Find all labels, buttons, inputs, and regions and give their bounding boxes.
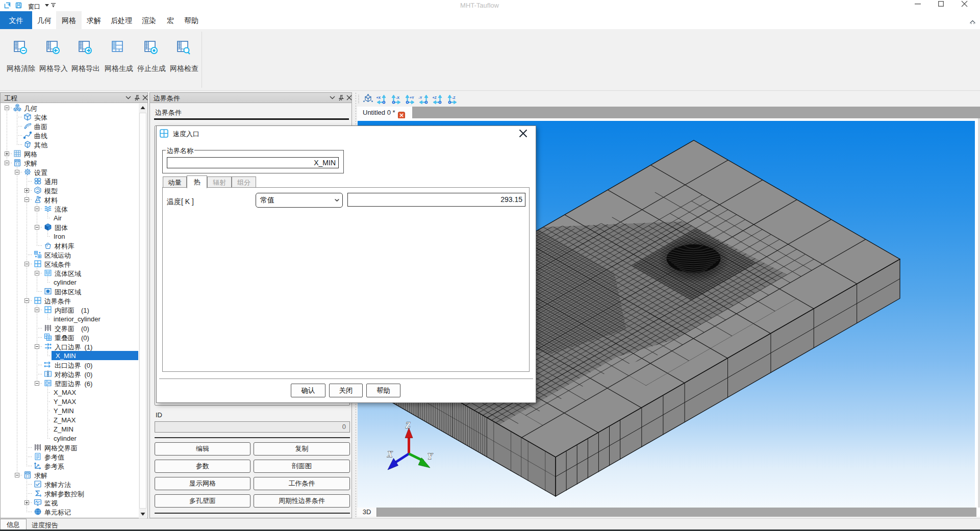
svg-text:+Y: +Y xyxy=(410,96,414,99)
svg-text:+Z: +Z xyxy=(433,96,437,99)
svg-text:-X: -X xyxy=(396,96,399,99)
svg-text:Z: Z xyxy=(405,421,411,429)
svg-text:-Z: -Z xyxy=(452,96,456,99)
svg-text:X: X xyxy=(387,450,393,459)
svg-text:+X: +X xyxy=(376,96,381,99)
svg-text:-Y: -Y xyxy=(418,96,422,99)
svg-text:Y: Y xyxy=(428,452,433,461)
